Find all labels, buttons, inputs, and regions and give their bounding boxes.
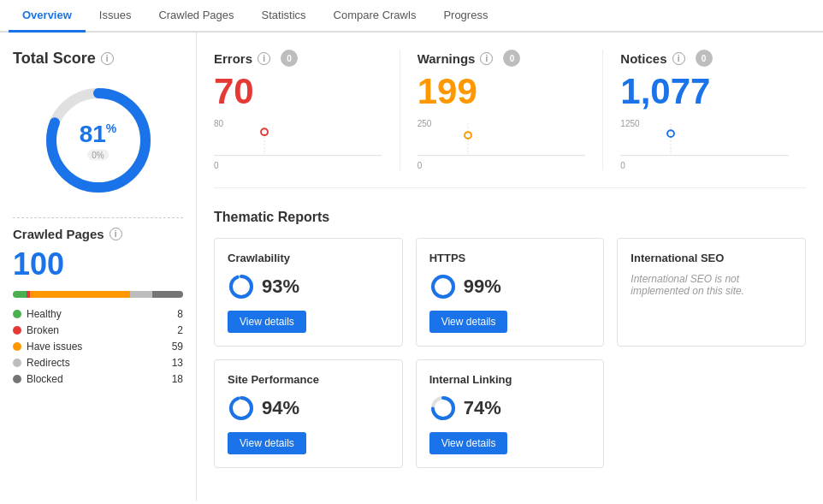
crawled-pages-info-icon[interactable]: i bbox=[110, 228, 122, 240]
tab-crawled-pages[interactable]: Crawled Pages bbox=[145, 0, 247, 33]
crawled-pages-count: 100 bbox=[13, 246, 183, 282]
svg-point-14 bbox=[433, 276, 453, 297]
score-donut-chart: 81% 0% bbox=[13, 80, 183, 200]
main-content: Total Score i 81% 0% bbox=[0, 33, 823, 501]
legend-item-healthy: Healthy 8 bbox=[13, 308, 183, 320]
legend-item-redirects: Redirects 13 bbox=[13, 357, 183, 369]
intl-seo-note: International SEO is not implemented on … bbox=[631, 273, 792, 297]
count-issues: 59 bbox=[172, 341, 183, 353]
errors-chart: 80 0 bbox=[214, 119, 382, 170]
tab-progress[interactable]: Progress bbox=[429, 0, 501, 33]
dot-blocked bbox=[13, 375, 21, 383]
left-panel: Total Score i 81% 0% bbox=[0, 33, 197, 501]
dot-healthy bbox=[13, 310, 21, 318]
panel-divider bbox=[13, 217, 183, 218]
intl-seo-title: International SEO bbox=[631, 252, 792, 264]
site-performance-donut bbox=[228, 394, 255, 422]
tab-overview[interactable]: Overview bbox=[9, 0, 86, 33]
legend-item-broken: Broken 2 bbox=[13, 324, 183, 336]
crawled-pages-heading: Crawled Pages i bbox=[13, 227, 183, 241]
score-percent: 81% bbox=[80, 121, 117, 148]
total-score-label: Total Score bbox=[13, 50, 96, 68]
errors-chart-svg bbox=[214, 119, 382, 162]
notices-label: Notices bbox=[620, 51, 666, 66]
notices-title: Notices i 0 bbox=[620, 50, 789, 67]
notices-chart-svg bbox=[620, 119, 789, 162]
notices-info-icon[interactable]: i bbox=[672, 52, 685, 65]
warnings-chart: 250 0 bbox=[417, 119, 586, 170]
thematic-title: Thematic Reports bbox=[214, 210, 806, 225]
crawlability-score: 93% bbox=[228, 273, 389, 300]
https-title: HTTPS bbox=[429, 252, 591, 264]
https-view-details-button[interactable]: View details bbox=[429, 311, 508, 333]
metric-errors: Errors i 0 70 80 0 bbox=[214, 50, 400, 170]
total-score-heading: Total Score i bbox=[13, 50, 183, 68]
card-https: HTTPS 99% View details bbox=[416, 238, 605, 347]
label-healthy: Healthy bbox=[27, 308, 62, 320]
crawlability-title: Crawlability bbox=[228, 252, 389, 264]
warnings-title: Warnings i 0 bbox=[417, 50, 586, 67]
label-broken: Broken bbox=[27, 324, 59, 336]
warnings-badge: 0 bbox=[503, 50, 520, 67]
dot-issues bbox=[13, 342, 21, 351]
site-performance-view-details-button[interactable]: View details bbox=[228, 432, 306, 454]
warnings-chart-top: 250 bbox=[417, 119, 432, 128]
pb-healthy bbox=[13, 291, 27, 298]
dot-redirects bbox=[13, 359, 21, 367]
card-international-seo: International SEO International SEO is n… bbox=[617, 238, 806, 347]
site-performance-title: Site Performance bbox=[228, 373, 389, 386]
card-internal-linking: Internal Linking 74% View details bbox=[416, 359, 605, 468]
label-issues: Have issues bbox=[27, 341, 82, 353]
crawlability-donut bbox=[228, 273, 255, 300]
legend-item-issues: Have issues 59 bbox=[13, 341, 183, 353]
pb-blocked bbox=[152, 291, 183, 298]
thematic-grid: Crawlability 93% View details HTTPS bbox=[214, 238, 806, 468]
label-redirects: Redirects bbox=[27, 357, 70, 369]
tab-compare-crawls[interactable]: Compare Crawls bbox=[320, 0, 430, 33]
internal-linking-view-details-button[interactable]: View details bbox=[429, 432, 508, 454]
https-donut bbox=[429, 273, 457, 300]
svg-point-12 bbox=[231, 276, 252, 297]
tab-bar: Overview Issues Crawled Pages Statistics… bbox=[0, 0, 823, 33]
internal-linking-score: 74% bbox=[429, 394, 591, 422]
internal-linking-percent: 74% bbox=[464, 397, 501, 419]
label-blocked: Blocked bbox=[27, 373, 63, 385]
tab-statistics[interactable]: Statistics bbox=[248, 0, 320, 33]
dot-broken bbox=[13, 326, 21, 335]
score-sub: 0% bbox=[87, 150, 108, 161]
warnings-label: Warnings bbox=[417, 51, 476, 66]
warnings-value: 199 bbox=[417, 71, 586, 112]
warnings-chart-svg bbox=[417, 119, 586, 162]
total-score-info-icon[interactable]: i bbox=[101, 52, 114, 65]
notices-chart: 1250 0 bbox=[620, 119, 789, 170]
site-performance-percent: 94% bbox=[262, 397, 299, 419]
https-score: 99% bbox=[429, 273, 591, 300]
svg-point-16 bbox=[231, 398, 252, 418]
crawled-pages-label: Crawled Pages bbox=[13, 227, 104, 241]
errors-label: Errors bbox=[214, 51, 252, 66]
notices-chart-bottom: 0 bbox=[620, 161, 625, 170]
count-healthy: 8 bbox=[177, 308, 183, 320]
notices-chart-top: 1250 bbox=[620, 119, 639, 128]
site-performance-score: 94% bbox=[228, 394, 389, 422]
donut-center: 81% 0% bbox=[80, 121, 117, 161]
tab-issues[interactable]: Issues bbox=[86, 0, 145, 33]
errors-badge: 0 bbox=[281, 50, 298, 67]
card-site-performance: Site Performance 94% View details bbox=[214, 359, 403, 468]
metric-warnings: Warnings i 0 199 250 0 bbox=[400, 50, 603, 170]
card-crawlability: Crawlability 93% View details bbox=[214, 238, 403, 347]
https-percent: 99% bbox=[464, 276, 501, 298]
crawlability-percent: 93% bbox=[262, 276, 299, 298]
errors-title: Errors i 0 bbox=[214, 50, 382, 67]
thematic-reports-section: Thematic Reports Crawlability 93% View d… bbox=[214, 210, 806, 468]
count-broken: 2 bbox=[177, 324, 183, 336]
warnings-info-icon[interactable]: i bbox=[480, 52, 493, 65]
errors-chart-top: 80 bbox=[214, 119, 223, 128]
legend-list: Healthy 8 Broken 2 Have issues 59 bbox=[13, 308, 183, 385]
warnings-chart-bottom: 0 bbox=[417, 161, 423, 170]
errors-info-icon[interactable]: i bbox=[258, 52, 270, 65]
notices-value: 1,077 bbox=[620, 71, 789, 112]
crawlability-view-details-button[interactable]: View details bbox=[228, 311, 306, 333]
count-redirects: 13 bbox=[172, 357, 183, 369]
pages-progress-bar bbox=[13, 291, 183, 298]
